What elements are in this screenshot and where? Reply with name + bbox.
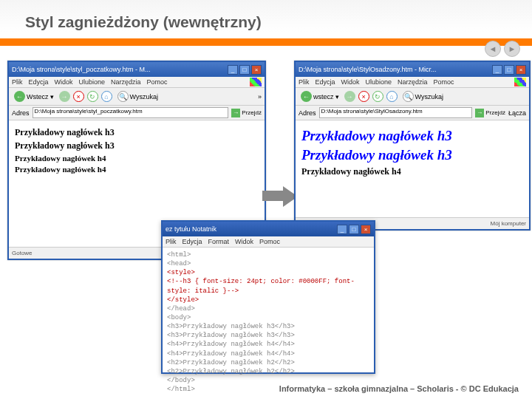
menu-item[interactable]: Edycja xyxy=(316,78,335,86)
addr-label: Adres xyxy=(299,109,316,117)
code-line: <h3>Przykładowy nagłówek h3</h3> xyxy=(167,322,369,331)
code-line: </head> xyxy=(167,304,369,313)
status-zone: Mój komputer xyxy=(491,220,526,227)
chevron-icon[interactable]: » xyxy=(258,93,262,100)
heading-h4: Przykładowy nagłówek h4 xyxy=(301,166,523,177)
menu-item[interactable]: Ulubione xyxy=(79,78,106,86)
window-buttons: _ □ × xyxy=(492,65,526,75)
windows-flag-icon xyxy=(250,78,262,86)
window-title: D:\Moja strona\style\styl_poczatkowy.htm… xyxy=(12,66,150,73)
code-line: <h2>Przykładowy nagłówek h2</h2> xyxy=(167,358,369,367)
back-icon: ← xyxy=(14,91,25,102)
search-icon: 🔍 xyxy=(117,91,129,102)
refresh-icon[interactable]: ↻ xyxy=(372,91,383,102)
search-icon: 🔍 xyxy=(403,91,414,102)
window-buttons: _ □ × xyxy=(337,225,371,234)
close-button[interactable]: × xyxy=(361,225,371,234)
toolbar: ←wstecz ▾ → × ↻ ⌂ 🔍Wyszukaj xyxy=(296,88,529,106)
code-line: <head> xyxy=(167,259,369,268)
menu-item[interactable]: Narzędzia xyxy=(111,78,141,86)
go-button[interactable]: →Przejdź xyxy=(475,109,505,117)
heading-h3-styled: Przykładowy nagłówek h3 xyxy=(301,128,523,144)
titlebar: ez tytułu Notatnik _ □ × xyxy=(163,222,374,236)
forward-icon[interactable]: → xyxy=(59,91,70,102)
menu-item[interactable]: Edycja xyxy=(29,78,49,86)
menu-item[interactable]: Widok xyxy=(341,78,360,86)
menu-item[interactable]: Plik xyxy=(12,78,23,86)
accent-bar xyxy=(0,38,532,46)
windows-flag-icon xyxy=(514,78,526,86)
footer: Informatyka – szkoła gimnazjalna – Schol… xyxy=(279,384,519,393)
menubar: Plik Edycja Widok Ulubione Narzędzia Pom… xyxy=(9,77,265,88)
menu-item[interactable]: Widok xyxy=(55,78,73,86)
page-content: Przykładowy nagłówek h3 Przykładowy nagł… xyxy=(296,120,529,184)
code-line: <style> xyxy=(167,268,369,277)
back-icon: ← xyxy=(301,91,312,102)
address-input[interactable]: D:\Moja strona\style\StylOsadzony.htm xyxy=(319,107,473,118)
status-text: Gotowe xyxy=(12,250,33,256)
close-button[interactable]: × xyxy=(516,65,526,75)
menubar: Plik Edycja Format Widok Pomoc xyxy=(163,236,374,248)
menu-item[interactable]: Pomoc xyxy=(147,78,168,86)
window-buttons: _ □ × xyxy=(228,65,262,75)
search-button[interactable]: 🔍Wyszukaj xyxy=(400,90,446,103)
heading-h3: Przykładowy nagłówek h3 xyxy=(15,127,259,138)
menu-item[interactable]: Ulubione xyxy=(366,78,392,86)
search-button[interactable]: 🔍Wyszukaj xyxy=(115,90,160,103)
addr-label: Adres xyxy=(12,109,30,117)
code-line: <!--h3 { font-size: 24pt; color: #0000FF… xyxy=(167,277,369,295)
maximize-button[interactable]: □ xyxy=(504,65,514,75)
back-button[interactable]: ←wstecz ▾ xyxy=(299,90,341,103)
menu-item[interactable]: Widok xyxy=(235,238,253,245)
nav-buttons: ◄ ► xyxy=(485,41,520,57)
back-button[interactable]: ←Wstecz ▾ xyxy=(12,90,56,103)
address-input[interactable]: D:\Moja strona\style\styl_poczatkowy.htm xyxy=(33,107,229,118)
slide: Styl zagnieżdżony (wewnętrzny) ◄ ► D:\Mo… xyxy=(0,0,532,399)
minimize-button[interactable]: _ xyxy=(337,225,347,234)
toolbar: ←Wstecz ▾ → × ↻ ⌂ 🔍Wyszukaj » xyxy=(9,88,265,106)
forward-icon[interactable]: → xyxy=(344,91,355,102)
menu-item[interactable]: Plik xyxy=(299,78,310,86)
stop-icon[interactable]: × xyxy=(73,91,84,102)
page-content: Przykładowy nagłówek h3 Przykładowy nagł… xyxy=(9,120,265,180)
menu-item[interactable]: Edycja xyxy=(183,238,202,245)
menu-item[interactable]: Narzędzia xyxy=(398,78,428,86)
heading-h3: Przykładowy nagłówek h3 xyxy=(15,140,259,151)
code-line: </style> xyxy=(167,296,369,304)
go-button[interactable]: →Przejdź xyxy=(231,109,262,117)
maximize-button[interactable]: □ xyxy=(239,65,250,75)
titlebar: D:\Moja strona\style\styl_poczatkowy.htm… xyxy=(9,62,265,77)
menu-item[interactable]: Pomoc xyxy=(434,78,454,86)
heading-h4: Przykładowy nagłówek h4 xyxy=(15,165,259,174)
close-button[interactable]: × xyxy=(251,65,262,75)
go-icon: → xyxy=(475,109,484,117)
window-title: ez tytułu Notatnik xyxy=(166,225,216,233)
code-line: <h2>Przykładowy nagłówek h2</h2> xyxy=(167,367,369,376)
code-line: <h4>Przykładowy nagłówek h4</h4> xyxy=(167,349,369,358)
heading-h4: Przykładowy nagłówek h4 xyxy=(15,154,259,163)
address-bar: Adres D:\Moja strona\style\StylOsadzony.… xyxy=(296,106,529,120)
refresh-icon[interactable]: ↻ xyxy=(87,91,98,102)
minimize-button[interactable]: _ xyxy=(228,65,238,75)
heading-h3-styled: Przykładowy nagłówek h3 xyxy=(301,147,523,163)
go-icon: → xyxy=(231,109,240,117)
code-area[interactable]: <html> <head> <style> <!--h3 { font-size… xyxy=(163,248,374,397)
window-title: D:\Moja strona\style\StylOsadzony.htm - … xyxy=(299,66,436,73)
notepad-window: ez tytułu Notatnik _ □ × Plik Edycja For… xyxy=(161,220,375,374)
links-label[interactable]: Łącza xyxy=(508,109,526,117)
menubar: Plik Edycja Widok Ulubione Narzędzia Pom… xyxy=(296,77,529,88)
code-line: <h4>Przykładowy nagłówek h4</h4> xyxy=(167,340,369,349)
address-bar: Adres D:\Moja strona\style\styl_poczatko… xyxy=(9,106,265,120)
minimize-button[interactable]: _ xyxy=(492,65,502,75)
browser-right: D:\Moja strona\style\StylOsadzony.htm - … xyxy=(294,61,531,231)
menu-item[interactable]: Pomoc xyxy=(259,238,280,245)
prev-button[interactable]: ◄ xyxy=(485,41,501,57)
maximize-button[interactable]: □ xyxy=(349,225,359,234)
home-icon[interactable]: ⌂ xyxy=(101,91,112,102)
stop-icon[interactable]: × xyxy=(358,91,369,102)
next-button[interactable]: ► xyxy=(504,41,520,57)
code-line: <html> xyxy=(167,250,369,259)
menu-item[interactable]: Format xyxy=(208,238,230,245)
menu-item[interactable]: Plik xyxy=(166,238,177,245)
home-icon[interactable]: ⌂ xyxy=(386,91,398,102)
